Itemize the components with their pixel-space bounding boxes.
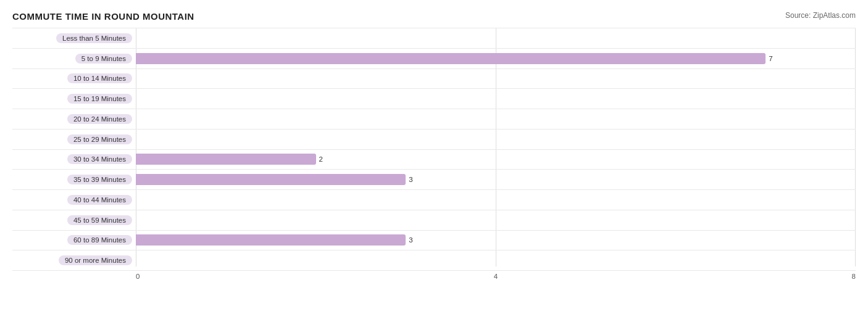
chart-header: COMMUTE TIME IN ROUND MOUNTAIN Source: Z…: [12, 11, 856, 22]
bar-value: 3: [409, 176, 412, 183]
label-pill: 30 to 34 Minutes: [67, 154, 132, 164]
x-axis: 048: [136, 273, 856, 280]
bar-row: 45 to 59 Minutes: [12, 210, 856, 231]
bar-row: 25 to 29 Minutes: [12, 130, 856, 150]
bar-area: [136, 110, 856, 128]
label-pill: Less than 5 Minutes: [56, 33, 132, 43]
bar-area: [136, 90, 856, 107]
label-pill: 15 to 19 Minutes: [67, 94, 132, 104]
row-label: 30 to 34 Minutes: [12, 154, 136, 164]
row-label: 5 to 9 Minutes: [12, 54, 136, 64]
x-tick: 0: [136, 273, 140, 280]
bar-row: 30 to 34 Minutes2: [12, 150, 856, 170]
bar-row: 15 to 19 Minutes: [12, 89, 856, 109]
bar: [136, 53, 766, 64]
row-label: 15 to 19 Minutes: [12, 94, 136, 104]
label-pill: 10 to 14 Minutes: [67, 73, 132, 83]
bar-value: 3: [409, 236, 412, 244]
bar-area: [136, 252, 856, 269]
bar-area: 7: [136, 50, 856, 67]
bar-row: 35 to 39 Minutes3: [12, 170, 856, 190]
x-tick: 8: [852, 273, 856, 280]
bar-area: [136, 131, 856, 148]
bar: [136, 174, 406, 185]
rows-area: Less than 5 Minutes5 to 9 Minutes710 to …: [12, 28, 856, 271]
row-label: 35 to 39 Minutes: [12, 175, 136, 184]
bar-row: 10 to 14 Minutes: [12, 69, 856, 89]
row-label: 20 to 24 Minutes: [12, 114, 136, 124]
bar-row: 90 or more Minutes: [12, 250, 856, 271]
bar-row: 40 to 44 Minutes: [12, 190, 856, 210]
chart-container: COMMUTE TIME IN ROUND MOUNTAIN Source: Z…: [0, 0, 868, 322]
chart-area: Less than 5 Minutes5 to 9 Minutes710 to …: [12, 28, 856, 280]
bar-area: [136, 191, 856, 208]
bar-row: Less than 5 Minutes: [12, 28, 856, 49]
chart-source: Source: ZipAtlas.com: [785, 11, 856, 20]
bar-row: 20 to 24 Minutes: [12, 109, 856, 130]
bar: [136, 234, 406, 246]
row-label: 10 to 14 Minutes: [12, 73, 136, 83]
label-pill: 20 to 24 Minutes: [67, 114, 132, 124]
bar-area: [136, 70, 856, 88]
x-tick: 4: [494, 273, 498, 280]
bar-row: 5 to 9 Minutes7: [12, 49, 856, 69]
label-pill: 35 to 39 Minutes: [67, 175, 132, 184]
bar: [136, 154, 316, 165]
bar-value: 7: [769, 55, 772, 62]
bar-value: 2: [319, 155, 323, 163]
bar-row: 60 to 89 Minutes3: [12, 231, 856, 251]
bar-area: [136, 212, 856, 229]
bar-area: 3: [136, 232, 856, 249]
bar-area: 2: [136, 151, 856, 168]
label-pill: 60 to 89 Minutes: [67, 235, 132, 245]
bar-area: [136, 30, 856, 47]
label-pill: 25 to 29 Minutes: [67, 134, 132, 144]
row-label: 60 to 89 Minutes: [12, 235, 136, 245]
label-pill: 5 to 9 Minutes: [75, 54, 132, 64]
label-pill: 90 or more Minutes: [59, 255, 132, 265]
row-label: Less than 5 Minutes: [12, 33, 136, 43]
chart-title: COMMUTE TIME IN ROUND MOUNTAIN: [12, 11, 194, 22]
row-label: 90 or more Minutes: [12, 255, 136, 265]
row-label: 40 to 44 Minutes: [12, 195, 136, 205]
label-pill: 45 to 59 Minutes: [67, 215, 132, 225]
row-label: 25 to 29 Minutes: [12, 134, 136, 144]
bar-area: 3: [136, 171, 856, 188]
label-pill: 40 to 44 Minutes: [67, 195, 132, 205]
row-label: 45 to 59 Minutes: [12, 215, 136, 225]
